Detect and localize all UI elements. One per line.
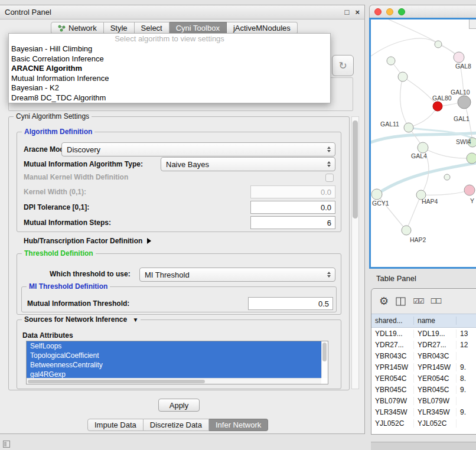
- hub-definition-toggle[interactable]: Hub/Transcription Factor Definition: [24, 237, 151, 245]
- list-horizontal-scrollbar[interactable]: [27, 378, 321, 384]
- table-row[interactable]: YER054CYER054C8.: [371, 373, 476, 384]
- network-edge[interactable]: [421, 190, 470, 195]
- network-node[interactable]: [435, 41, 442, 48]
- algorithm-option[interactable]: Bayesian - K2: [9, 83, 330, 93]
- column-header-name[interactable]: name: [414, 317, 457, 325]
- tab-style[interactable]: Style: [104, 22, 135, 34]
- network-tab-icon: [58, 25, 66, 32]
- mi-threshold-input[interactable]: [248, 297, 333, 310]
- which-threshold-select[interactable]: MI Threshold: [139, 268, 335, 282]
- close-traffic-light-icon[interactable]: [374, 8, 382, 15]
- network-node[interactable]: [444, 174, 450, 180]
- panel-corner-icon[interactable]: [3, 441, 10, 448]
- gear-icon[interactable]: ⚙: [379, 295, 389, 308]
- algorithm-option[interactable]: Basic Correlation Inference: [9, 54, 330, 64]
- table-cell: YDR27...: [414, 341, 457, 349]
- list-vertical-scrollbar[interactable]: [321, 341, 328, 378]
- control-panel-scrollbar[interactable]: [351, 116, 359, 389]
- tab-cyni-toolbox[interactable]: Cyni Toolbox: [169, 22, 227, 34]
- tab-infer-network[interactable]: Infer Network: [209, 419, 268, 431]
- table-row[interactable]: YBR045CYBR045C9.: [371, 384, 476, 395]
- sources-toggle[interactable]: Sources for Network Inference ▼: [22, 315, 141, 324]
- network-edge[interactable]: [377, 163, 476, 194]
- group-title: Algorithm Definition: [22, 128, 94, 136]
- attribute-item[interactable]: SelfLoops: [27, 341, 321, 351]
- manual-kernel-label: Manual Kernel Width Definition: [24, 173, 128, 181]
- network-canvas[interactable]: GAL8GAL80GAL10GAL11GAL1SWI4GAL4GCY1HAP4H…: [369, 18, 476, 269]
- combo-arrows-icon: [327, 161, 331, 167]
- network-node[interactable]: [458, 96, 471, 109]
- table-row[interactable]: YDR27...YDR27...12: [371, 339, 476, 350]
- group-title: Threshold Definition: [22, 249, 96, 257]
- close-window-icon[interactable]: ×: [355, 8, 360, 17]
- table-panel-window: ⚙ ☑☑ ☐☐ shared... name YDL19...YDL19...1…: [371, 288, 476, 435]
- kernel-width-input[interactable]: [250, 185, 335, 198]
- algorithm-option[interactable]: Bayesian - Hill Climbing: [9, 44, 330, 54]
- tab-discretize-data[interactable]: Discretize Data: [144, 419, 209, 431]
- column-header-shared[interactable]: shared...: [371, 317, 414, 325]
- float-window-icon[interactable]: □: [345, 8, 350, 17]
- refresh-button[interactable]: ↻: [332, 55, 354, 76]
- table-row[interactable]: YPR145WYPR145W9.: [371, 361, 476, 373]
- table-row[interactable]: YLR345WYLR345W9.: [371, 406, 476, 418]
- zoom-traffic-light-icon[interactable]: [398, 8, 405, 15]
- collapsed-arrow-icon: [147, 238, 151, 244]
- table-cell: YPR145W: [371, 363, 414, 371]
- network-node[interactable]: [467, 153, 476, 164]
- dpi-tolerance-input[interactable]: [250, 201, 335, 214]
- window-title: Control Panel: [5, 8, 339, 17]
- mi-steps-label: Mutual Information Steps:: [24, 219, 111, 227]
- table-header: shared... name: [371, 314, 476, 328]
- table-row[interactable]: YJL052CYJL052C: [371, 418, 476, 429]
- network-edge[interactable]: [423, 148, 472, 158]
- network-node[interactable]: [387, 57, 395, 65]
- tab-impute-data[interactable]: Impute Data: [87, 419, 144, 431]
- apply-button[interactable]: Apply: [158, 399, 200, 412]
- tab-network[interactable]: Network: [51, 22, 104, 34]
- select-all-icon[interactable]: ☑☑: [413, 297, 423, 305]
- data-attributes-label: Data Attributes: [22, 331, 73, 340]
- table-cell: YBL079W: [414, 397, 457, 405]
- control-panel-titlebar: Control Panel □ ×: [0, 5, 364, 19]
- network-edge[interactable]: [371, 38, 438, 56]
- table-cell: YBL079W: [371, 397, 414, 405]
- manual-kernel-checkbox[interactable]: [325, 174, 334, 182]
- network-edge[interactable]: [403, 77, 438, 106]
- network-node[interactable]: [418, 142, 428, 153]
- scrollbar-thumb[interactable]: [353, 120, 358, 219]
- algorithm-option[interactable]: Mutual Information Inference: [9, 74, 330, 84]
- network-node[interactable]: [402, 226, 411, 235]
- network-node[interactable]: [464, 185, 475, 195]
- attribute-item[interactable]: BetweennessCentrality: [27, 360, 321, 370]
- table-row[interactable]: YBL079WYBL079W: [371, 395, 476, 406]
- network-view-window: GAL8GAL80GAL10GAL11GAL1SWI4GAL4GCY1HAP4H…: [369, 5, 476, 269]
- columns-icon[interactable]: [396, 297, 406, 306]
- tab-label: jActiveMNodules: [233, 24, 291, 32]
- aracne-mode-select[interactable]: Discovery: [61, 142, 335, 156]
- node-label: SWI4: [456, 138, 471, 145]
- kernel-width-label: Kernel Width (0,1):: [24, 188, 86, 196]
- mi-type-label: Mutual Information Algorithm Type:: [24, 160, 143, 168]
- network-edge[interactable]: [400, 77, 409, 128]
- network-edge[interactable]: [409, 106, 438, 128]
- select-none-icon[interactable]: ☐☐: [431, 297, 441, 305]
- tab-jactivemnodules[interactable]: jActiveMNodules: [227, 22, 298, 34]
- algorithm-option[interactable]: ARACNE Algorithm: [9, 64, 330, 74]
- network-node[interactable]: [404, 123, 413, 132]
- table-row[interactable]: YDL19...YDL19...13: [371, 328, 476, 339]
- tab-label: Network: [69, 24, 97, 32]
- tab-label: Cyni Toolbox: [176, 24, 220, 32]
- table-row[interactable]: YBR043CYBR043C: [371, 350, 476, 361]
- mi-steps-input[interactable]: [250, 216, 335, 229]
- network-edge[interactable]: [406, 195, 421, 230]
- mi-type-select[interactable]: Naive Bayes: [161, 157, 335, 171]
- minimize-traffic-light-icon[interactable]: [386, 8, 393, 15]
- network-node[interactable]: [398, 72, 407, 81]
- tab-select[interactable]: Select: [135, 22, 169, 34]
- attribute-item[interactable]: TopologicalCoefficient: [27, 351, 321, 360]
- network-node[interactable]: [433, 102, 442, 111]
- group-title: MI Threshold Definition: [27, 282, 110, 291]
- algorithm-option[interactable]: Dream8 DC_TDC Algorithm: [9, 93, 330, 103]
- network-node[interactable]: [371, 189, 382, 200]
- network-node[interactable]: [454, 52, 464, 63]
